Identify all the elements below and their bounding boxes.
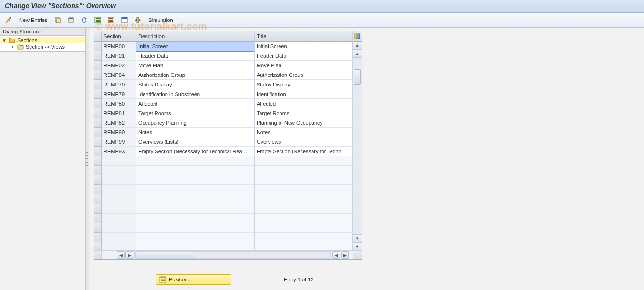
cell-section[interactable]: REMP81 <box>102 108 136 118</box>
col-header-title[interactable]: Title <box>255 31 353 42</box>
cell-description[interactable] <box>136 204 255 214</box>
vertical-scrollbar[interactable]: ▲ ▲ ▼ ▼ <box>353 42 362 250</box>
select-block-icon[interactable] <box>105 15 117 25</box>
cell-description[interactable] <box>136 194 255 204</box>
cell-section[interactable]: REMP80 <box>102 99 136 108</box>
cell-description[interactable]: Move Plan <box>136 61 255 70</box>
row-selector[interactable] <box>94 194 102 204</box>
col-header-section[interactable]: Section <box>102 31 136 42</box>
table-row[interactable]: REMP02Move PlanMove Plan <box>94 61 353 70</box>
scroll-up2-icon[interactable]: ▲ <box>353 50 362 58</box>
cell-title[interactable] <box>255 233 353 242</box>
toggle-edit-icon[interactable] <box>3 15 14 25</box>
tree-twisty-icon[interactable]: ▼ <box>2 38 7 43</box>
cell-section[interactable] <box>102 204 136 214</box>
row-selector[interactable] <box>94 223 102 233</box>
hscroll-thumb[interactable] <box>136 252 194 258</box>
undo-icon[interactable] <box>79 15 90 25</box>
cell-section[interactable] <box>102 242 136 250</box>
table-row[interactable]: REMP04Authorization GroupAuthorization G… <box>94 70 353 80</box>
cell-section[interactable]: REMP9X <box>102 147 136 156</box>
table-row[interactable]: REMP80AffectedAffected <box>94 99 353 108</box>
table-row[interactable]: REMP79Identification in SubscreenIdentif… <box>94 89 353 99</box>
row-selector[interactable] <box>94 214 102 223</box>
table-row-empty[interactable] <box>94 223 353 233</box>
row-selector[interactable] <box>94 108 102 118</box>
cell-section[interactable]: REMP04 <box>102 70 136 80</box>
cell-title[interactable]: Affected <box>255 99 353 108</box>
cell-title[interactable]: Authorization Group <box>255 70 353 80</box>
cell-section[interactable]: REMP79 <box>102 89 136 99</box>
table-row-empty[interactable] <box>94 194 353 204</box>
splitter-handle[interactable] <box>85 28 89 290</box>
scroll-down-icon[interactable]: ▼ <box>353 242 362 250</box>
tree-twisty-icon[interactable]: • <box>10 44 15 50</box>
cell-description[interactable] <box>136 214 255 223</box>
cell-description[interactable]: Authorization Group <box>136 70 255 80</box>
cell-section[interactable] <box>102 175 136 185</box>
table-row[interactable]: REMP9VOverviews (Lists)Overviews <box>94 137 353 147</box>
row-selector[interactable] <box>94 70 102 80</box>
cell-description[interactable]: Occupancy Planning <box>136 118 255 128</box>
tree-node[interactable]: ▼Sections <box>0 37 85 43</box>
cell-description[interactable]: Initial Screen <box>136 42 255 51</box>
cell-section[interactable] <box>102 233 136 242</box>
cell-title[interactable]: Empty Section (Necessary for Techn <box>255 147 353 156</box>
row-selector[interactable] <box>94 89 102 99</box>
cell-section[interactable]: REMP90 <box>102 128 136 137</box>
table-row[interactable]: REMP90NotesNotes <box>94 128 353 137</box>
cell-title[interactable]: Identification <box>255 89 353 99</box>
cell-title[interactable] <box>255 223 353 233</box>
cell-description[interactable]: Affected <box>136 99 255 108</box>
row-selector[interactable] <box>94 80 102 89</box>
cell-title[interactable] <box>255 185 353 194</box>
hscroll-right2-icon[interactable]: ▶ <box>341 251 349 259</box>
select-all-icon[interactable] <box>92 15 104 25</box>
cell-section[interactable]: REMP70 <box>102 80 136 89</box>
cell-description[interactable] <box>136 166 255 175</box>
row-selector[interactable] <box>94 137 102 147</box>
cell-description[interactable] <box>136 156 255 166</box>
horizontal-scrollbar[interactable]: ◀ ▶ ◀ ▶ <box>94 250 362 259</box>
cell-description[interactable]: Target Rooms <box>136 108 255 118</box>
delete-icon[interactable] <box>65 15 77 25</box>
row-selector[interactable] <box>94 242 102 250</box>
row-selector[interactable] <box>94 156 102 166</box>
table-row[interactable]: REMP82Occupancy PlanningPlanning of New … <box>94 118 353 128</box>
cell-description[interactable]: Header Data <box>136 51 255 61</box>
cell-section[interactable]: REMP00 <box>102 42 136 51</box>
table-row-empty[interactable] <box>94 166 353 175</box>
cell-title[interactable]: Planning of New Occupancy <box>255 118 353 128</box>
table-row-empty[interactable] <box>94 175 353 185</box>
table-row[interactable]: REMP9XEmpty Section (Necessary for Techn… <box>94 147 353 156</box>
cell-description[interactable] <box>136 223 255 233</box>
cell-title[interactable]: Header Data <box>255 51 353 61</box>
grid-corner[interactable] <box>94 31 102 42</box>
cell-title[interactable] <box>255 194 353 204</box>
cell-section[interactable]: REMP82 <box>102 118 136 128</box>
table-row-empty[interactable] <box>94 156 353 166</box>
vscroll-track[interactable] <box>353 58 362 234</box>
copy-icon[interactable] <box>52 15 63 25</box>
row-selector[interactable] <box>94 99 102 108</box>
row-selector[interactable] <box>94 204 102 214</box>
row-selector[interactable] <box>94 175 102 185</box>
cell-section[interactable] <box>102 223 136 233</box>
table-row[interactable]: REMP81Target RoomsTarget Rooms <box>94 108 353 118</box>
hscroll-right-icon[interactable]: ◀ <box>332 251 340 259</box>
vscroll-thumb[interactable] <box>354 69 361 85</box>
config-icon[interactable] <box>132 15 144 25</box>
cell-description[interactable] <box>136 185 255 194</box>
cell-title[interactable]: Notes <box>255 128 353 137</box>
cell-section[interactable] <box>102 185 136 194</box>
table-row[interactable]: REMP70Status DisplayStatus Display <box>94 80 353 89</box>
row-selector[interactable] <box>94 147 102 156</box>
cell-section[interactable]: REMP02 <box>102 61 136 70</box>
table-row-empty[interactable] <box>94 242 353 250</box>
cell-description[interactable]: Empty Section (Necessary for Technical R… <box>136 147 255 156</box>
cell-description[interactable]: Identification in Subscreen <box>136 89 255 99</box>
table-row-empty[interactable] <box>94 185 353 194</box>
cell-section[interactable] <box>102 194 136 204</box>
cell-title[interactable]: Status Display <box>255 80 353 89</box>
new-entries-button[interactable]: New Entries <box>16 15 50 25</box>
